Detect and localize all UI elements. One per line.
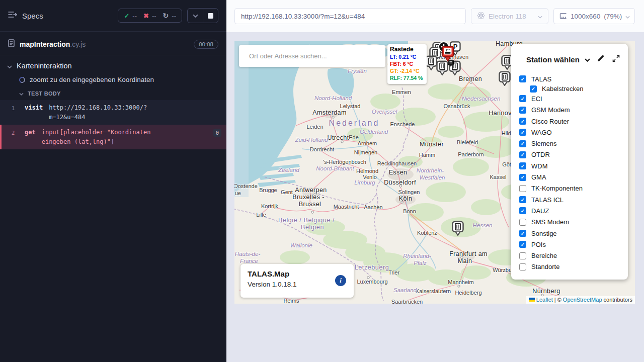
info-icon[interactable]: i bbox=[335, 275, 346, 286]
checkbox-checked[interactable]: ✓ bbox=[519, 174, 526, 181]
map-attribution: Leaflet | © OpenStreetMap contributors bbox=[526, 296, 635, 304]
checkbox-unchecked[interactable] bbox=[519, 263, 526, 270]
tooltip-value: RLF: 77.54 % bbox=[390, 74, 424, 81]
collapse-button[interactable] bbox=[188, 9, 203, 23]
checkbox-checked[interactable]: ✓ bbox=[519, 196, 526, 203]
map-search-input[interactable]: Ort oder Adresse suchen... bbox=[239, 45, 385, 67]
map-label: Kaiserslautern bbox=[416, 288, 451, 294]
station-filter-kabelstrecken[interactable]: ✓Kabelstrecken bbox=[519, 84, 628, 93]
station-filter-otdr[interactable]: ✓OTDR bbox=[519, 149, 628, 160]
map-label: Hauts-de- bbox=[235, 251, 261, 257]
checkbox-checked[interactable]: ✓ bbox=[519, 151, 526, 158]
stop-icon bbox=[208, 13, 213, 19]
spec-row[interactable]: mapInteraction.cy.js 00:08 bbox=[0, 32, 226, 55]
browser-selector[interactable]: Electron 118 bbox=[471, 8, 548, 24]
spec-name: mapInteraction.cy.js bbox=[20, 40, 86, 49]
station-marker[interactable] bbox=[499, 71, 511, 88]
device-marker[interactable] bbox=[441, 45, 454, 64]
map-label: Zeeland bbox=[278, 167, 299, 173]
map-label: France bbox=[240, 258, 258, 264]
station-filter-gma[interactable]: ✓GMA bbox=[519, 171, 628, 183]
map-label: Nijmegen bbox=[354, 149, 377, 155]
leaflet-link[interactable]: Leaflet bbox=[536, 297, 553, 303]
station-filter-dauz[interactable]: ✓DAUZ bbox=[519, 205, 628, 216]
station-filter-sonstige[interactable]: ✓Sonstige bbox=[519, 228, 628, 239]
map-label: Noord-Holland bbox=[314, 95, 352, 101]
stop-button[interactable] bbox=[203, 9, 218, 23]
search-placeholder: Ort oder Adresse suchen... bbox=[249, 45, 385, 67]
checkbox-checked[interactable]: ✓ bbox=[519, 207, 526, 214]
map-label: Lille bbox=[256, 212, 266, 218]
map-label: Osnabrück bbox=[443, 103, 470, 109]
checkbox-checked[interactable]: ✓ bbox=[519, 75, 526, 82]
station-marker[interactable] bbox=[425, 55, 437, 72]
station-filter-tk-komponenten[interactable]: TK-Komponenten bbox=[519, 183, 628, 194]
checkbox-unchecked[interactable] bbox=[519, 185, 526, 192]
station-filter-wdm[interactable]: ✓WDM bbox=[519, 160, 628, 171]
command-visit[interactable]: 1visithttp://192.168.10.33:3000/?m=12&u=… bbox=[0, 100, 226, 125]
map-label: Pfalz bbox=[414, 260, 427, 266]
electron-icon bbox=[477, 12, 485, 21]
tooltip-value: LT: 0.21 °C bbox=[390, 53, 424, 60]
station-filter-gsm-modem[interactable]: ✓GSM Modem bbox=[519, 105, 628, 116]
suite-karteninteraktion[interactable]: Karteninteraktion bbox=[0, 55, 226, 72]
map-label: Ede bbox=[349, 134, 359, 140]
station-filter-talas-icl[interactable]: ✓TALAS ICL bbox=[519, 194, 628, 205]
chevron-down-icon bbox=[7, 62, 12, 70]
checkbox-unchecked[interactable] bbox=[519, 252, 526, 259]
map-label: Koblenz bbox=[417, 230, 437, 236]
viewport-selector[interactable]: 1000x660 (79%) bbox=[553, 8, 635, 24]
tooltip-title: Rastede bbox=[390, 46, 424, 53]
cypress-reporter: Specs ✓-- ✖-- ↻-- mapInteraction.cy.js 0… bbox=[0, 0, 226, 362]
checkbox-unchecked[interactable] bbox=[519, 219, 526, 226]
checkbox-checked[interactable]: ✓ bbox=[530, 85, 537, 93]
checkbox-checked[interactable]: ✓ bbox=[519, 129, 526, 136]
station-filter-siemens[interactable]: ✓Siemens bbox=[519, 138, 628, 149]
test-body-section[interactable]: TEST BODY bbox=[0, 86, 226, 100]
station-tooltip: Rastede LT: 0.21 °CFBT: 6 °CGT: -2.14 °C… bbox=[387, 44, 427, 84]
station-filter-eci[interactable]: ✓ECI bbox=[519, 93, 628, 104]
station-filter-pois[interactable]: ✓POIs bbox=[519, 239, 628, 250]
map-label: Heidelberg bbox=[455, 290, 481, 296]
checkbox-checked[interactable]: ✓ bbox=[519, 118, 526, 125]
edit-pencil-icon[interactable] bbox=[597, 54, 605, 64]
station-filter-sms-modem[interactable]: SMS Modem bbox=[519, 217, 628, 228]
osm-link[interactable]: OpenStreetMap bbox=[563, 297, 602, 303]
run-controls bbox=[187, 8, 218, 23]
station-filter-bereiche[interactable]: Bereiche bbox=[519, 250, 628, 261]
leaflet-map[interactable]: HamburgBremerhavenBremenHannoverNiedersa… bbox=[234, 41, 635, 304]
map-label: Reims bbox=[283, 298, 299, 304]
checkbox-label: DAUZ bbox=[531, 207, 549, 215]
checkbox-checked[interactable]: ✓ bbox=[519, 241, 526, 248]
station-marker[interactable] bbox=[452, 221, 464, 238]
checkbox-label: Siemens bbox=[531, 140, 557, 147]
checkbox-label: Sonstige bbox=[531, 230, 557, 237]
station-filter-standorte[interactable]: Standorte bbox=[519, 261, 628, 273]
checkbox-label: WAGO bbox=[531, 129, 552, 136]
specs-list-icon[interactable] bbox=[8, 11, 17, 20]
station-filter-talas[interactable]: ✓TALAS bbox=[519, 73, 628, 84]
map-label: Letzebuerg bbox=[355, 264, 389, 271]
checkbox-checked[interactable]: ✓ bbox=[519, 107, 526, 114]
viewport-icon bbox=[559, 12, 567, 21]
checkbox-label: Cisco Router bbox=[531, 118, 569, 125]
map-label: Niedersachsen bbox=[462, 96, 501, 102]
command-get[interactable]: 2getinput[placeholder="Koordinaten einge… bbox=[0, 125, 226, 149]
expand-icon[interactable] bbox=[612, 55, 620, 64]
station-filter-cisco-router[interactable]: ✓Cisco Router bbox=[519, 116, 628, 127]
test-row-running[interactable]: zoomt zu den eingegebenen Koordinaten bbox=[0, 72, 226, 86]
checkbox-checked[interactable]: ✓ bbox=[519, 140, 526, 147]
map-label: Düsseldorf bbox=[384, 179, 416, 186]
chevron-down-icon[interactable] bbox=[585, 55, 590, 64]
map-label: Saarland bbox=[393, 287, 417, 293]
url-input[interactable]: http://192.168.10.33:3000/?m=12&u=484 bbox=[234, 8, 466, 24]
checkbox-checked[interactable]: ✓ bbox=[519, 162, 526, 169]
checkbox-checked[interactable]: ✓ bbox=[519, 95, 526, 102]
stat-passed: ✓-- bbox=[124, 12, 137, 20]
checkbox-label: POIs bbox=[531, 241, 546, 248]
checkbox-label: OTDR bbox=[531, 151, 550, 158]
station-filter-wago[interactable]: ✓WAGO bbox=[519, 127, 628, 138]
checkbox-checked[interactable]: ✓ bbox=[519, 230, 526, 237]
map-label: Solingen bbox=[398, 189, 420, 195]
spec-file-icon bbox=[8, 39, 15, 49]
